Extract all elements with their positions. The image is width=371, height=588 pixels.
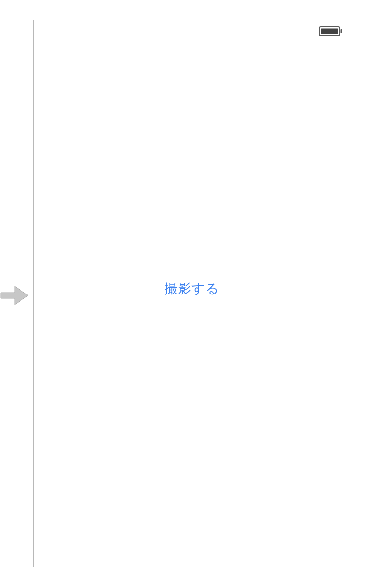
device-frame: 撮影する xyxy=(33,20,350,567)
main-content: 撮影する xyxy=(34,20,350,567)
pointer-arrow-icon xyxy=(0,280,30,311)
capture-button[interactable]: 撮影する xyxy=(165,280,219,297)
